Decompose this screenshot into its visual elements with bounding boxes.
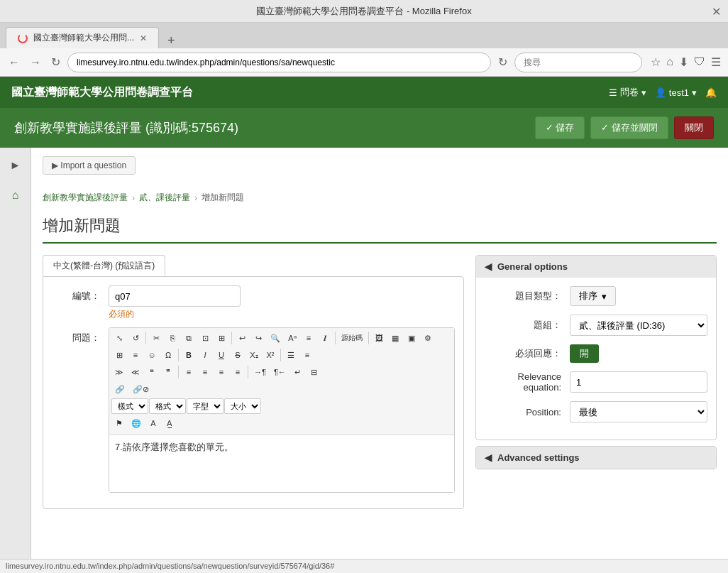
italic2-btn[interactable]: I [197, 347, 213, 363]
form-left: 中文(繁體-台灣) (預設語言) 編號： 必須的 問題： [43, 255, 464, 509]
paste-word-btn[interactable]: ⊞ [214, 330, 229, 346]
redo-btn[interactable]: ↪ [250, 330, 266, 346]
advanced-settings-title: Advanced settings [497, 452, 580, 463]
copy-btn[interactable]: ⎘ [165, 330, 180, 346]
bookmark-icon[interactable]: ☆ [649, 54, 662, 70]
sidebar-toggle-button[interactable]: ► [0, 153, 31, 178]
enter-btn[interactable]: ↵ [290, 364, 306, 380]
save-close-button[interactable]: ✓ 儲存並關閉 [590, 116, 668, 139]
editor-content[interactable]: 7.請依序選擇您喜歡的單元。 [109, 435, 454, 492]
subscript-btn[interactable]: X₂ [246, 347, 262, 363]
undo-btn[interactable]: ↩ [234, 330, 250, 346]
paste-btn[interactable]: ⧉ [181, 330, 197, 346]
rtl-btn[interactable]: ¶← [270, 364, 289, 380]
forward-button[interactable]: → [27, 53, 44, 72]
mandatory-toggle[interactable]: 開 [570, 344, 599, 363]
font-color-btn[interactable]: A [145, 415, 161, 431]
relevance-input[interactable] [570, 371, 707, 393]
cut-btn[interactable]: ✂ [148, 330, 164, 346]
blockquote2-btn[interactable]: ❞ [160, 364, 176, 380]
refresh-btn[interactable]: ↺ [128, 330, 143, 346]
link-btn[interactable]: 🔗 [111, 381, 128, 397]
status-url: limesurvey.iro.ntnu.edu.tw/index.php/adm… [6, 562, 334, 570]
active-tab[interactable]: 國立臺灣師範大學公用問... ✕ [6, 27, 159, 48]
home-icon[interactable]: ⌂ [665, 54, 675, 70]
download-icon[interactable]: ⬇ [678, 54, 690, 70]
sidebar-home-button[interactable]: ⌂ [0, 183, 31, 207]
group-select[interactable]: 貳、課後評量 (ID:36) [570, 315, 707, 336]
bold-btn[interactable]: B [181, 347, 197, 363]
notification-button[interactable]: 🔔 [705, 87, 717, 98]
breadcrumb-root[interactable]: 創新教學實施課後評量 [43, 192, 128, 204]
shield-icon[interactable]: 🛡 [693, 54, 707, 70]
survey-menu-button[interactable]: ☰ 問卷 ▾ [609, 86, 646, 99]
user-menu-button[interactable]: 👤 test1 ▾ [655, 87, 697, 98]
hr-btn[interactable]: ≡ [128, 347, 143, 363]
breadcrumb-section[interactable]: 貳、課後評量 [139, 192, 190, 204]
smiley-btn[interactable]: ☺ [144, 347, 160, 363]
sep8 [248, 366, 248, 378]
search-input[interactable] [514, 53, 642, 72]
code-row: 編號： 必須的 [52, 285, 455, 320]
outdent-btn[interactable]: ≪ [128, 364, 143, 380]
browser-title: 國立臺灣師範大學公用問卷調查平台 - Mozilla Firefox [256, 5, 471, 18]
globe-btn[interactable]: 🌐 [128, 415, 145, 431]
save-button[interactable]: ✓ 儲存 [535, 116, 585, 139]
image-btn[interactable]: 🖼 [371, 330, 387, 346]
flag-btn[interactable]: ⚑ [111, 415, 127, 431]
replace-btn[interactable]: Aᵃ [285, 330, 300, 346]
position-select[interactable]: 最後 [570, 401, 707, 422]
refresh-icon[interactable]: ↻ [495, 53, 510, 72]
table-btn[interactable]: ⊞ [111, 347, 127, 363]
url-bar[interactable] [67, 53, 491, 72]
special-btn[interactable]: ⚙ [420, 330, 436, 346]
style-select[interactable]: 樣式 [111, 398, 148, 414]
reload-button[interactable]: ↻ [48, 53, 63, 72]
ltr-btn[interactable]: →¶ [250, 364, 270, 380]
fullscreen-btn[interactable]: ⤡ [111, 330, 127, 346]
survey-menu-icon: ☰ [609, 87, 617, 98]
close-button[interactable]: 關閉 [674, 116, 714, 139]
align-justify-btn[interactable]: ≡ [230, 364, 246, 380]
paste-text-btn[interactable]: ⊡ [197, 330, 213, 346]
close-icon[interactable]: ✕ [712, 4, 721, 18]
toolbar-row-3: ≫ ≪ ❝ ❞ ≡ ≡ ≡ ≡ [111, 364, 452, 380]
underline-btn[interactable]: U [214, 347, 229, 363]
general-options-header[interactable]: ◀ General options [476, 256, 716, 278]
size-select[interactable]: 大小 [224, 398, 261, 414]
tab-close-icon[interactable]: ✕ [140, 33, 147, 43]
find-btn[interactable]: 🔍 [267, 330, 284, 346]
font-select[interactable]: 字型 [187, 398, 224, 414]
format-select[interactable]: 格式 [149, 398, 186, 414]
align-right-btn[interactable]: ≡ [214, 364, 229, 380]
group-row: 題組： 貳、課後評量 (ID:36) [485, 315, 707, 336]
italic-btn[interactable]: 𝑰 [317, 330, 333, 346]
ol-btn[interactable]: ☰ [283, 347, 299, 363]
indent-btn[interactable]: ≫ [111, 364, 127, 380]
br-btn[interactable]: ⊟ [307, 364, 322, 380]
bg-color-btn[interactable]: A̲ [162, 415, 177, 431]
align-center-btn[interactable]: ≡ [197, 364, 213, 380]
select-all-btn[interactable]: ≡ [301, 330, 316, 346]
ul-btn[interactable]: ≡ [299, 347, 315, 363]
code-input[interactable] [109, 285, 241, 307]
blockquote-btn[interactable]: ❝ [144, 364, 160, 380]
superscript-btn[interactable]: X² [263, 347, 278, 363]
unlink-btn[interactable]: 🔗⊘ [129, 381, 153, 397]
align-left-btn[interactable]: ≡ [181, 364, 197, 380]
question-type-button[interactable]: 排序 ▾ [570, 286, 616, 306]
new-tab-button[interactable]: + [162, 33, 181, 48]
breadcrumb-sep2: › [194, 193, 197, 203]
special-char-btn[interactable]: Ω [160, 347, 176, 363]
flash-btn[interactable]: ▣ [404, 330, 419, 346]
back-button[interactable]: ← [6, 53, 23, 72]
advanced-settings-panel: ◀ Advanced settings [475, 446, 717, 469]
source-btn[interactable]: 源始碼 [338, 330, 366, 346]
lang-tab-zh[interactable]: 中文(繁體-台灣) (預設語言) [43, 255, 165, 276]
video-btn[interactable]: ▦ [387, 330, 403, 346]
import-question-button[interactable]: ▶ Import a question [43, 156, 136, 175]
position-row: Position: 最後 [485, 401, 707, 422]
strike-btn[interactable]: S [230, 347, 246, 363]
menu-icon[interactable]: ☰ [710, 54, 722, 70]
advanced-settings-header[interactable]: ◀ Advanced settings [476, 447, 716, 469]
